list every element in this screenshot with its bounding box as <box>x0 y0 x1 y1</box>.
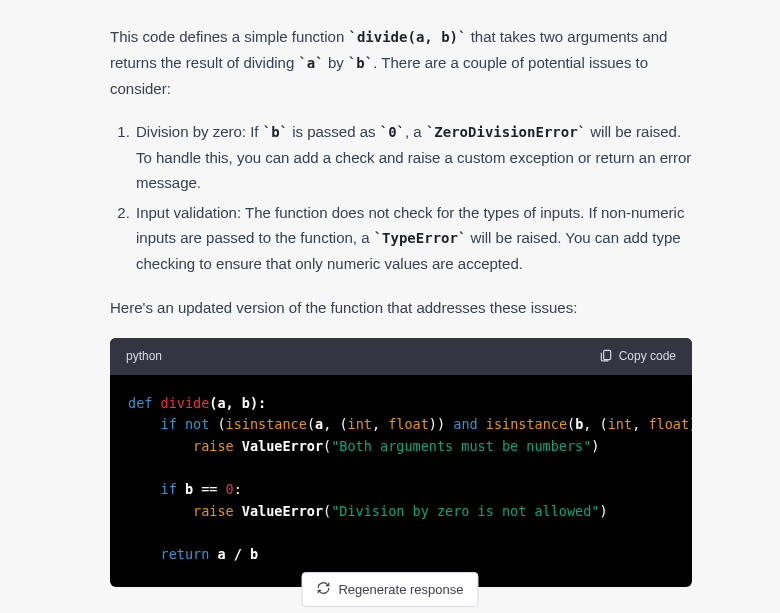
clipboard-icon <box>599 348 613 365</box>
lead-paragraph: Here's an updated version of the functio… <box>110 295 692 321</box>
copy-code-button[interactable]: Copy code <box>599 348 676 365</box>
svg-rect-0 <box>603 350 610 359</box>
code-body: def divide(a, b): if not (isinstance(a, … <box>110 375 692 588</box>
inline-code: `0` <box>380 124 405 140</box>
inline-code: `a` <box>298 55 323 71</box>
inline-code: `divide(a, b)` <box>348 29 466 45</box>
text: This code defines a simple function <box>110 28 348 45</box>
list-item: Division by zero: If `b` is passed as `0… <box>134 119 692 196</box>
regenerate-response-button[interactable]: Regenerate response <box>301 572 478 607</box>
copy-code-label: Copy code <box>619 349 676 363</box>
intro-paragraph: This code defines a simple function `div… <box>110 24 692 101</box>
list-item: Input validation: The function does not … <box>134 200 692 277</box>
code-header: python Copy code <box>110 338 692 374</box>
inline-code: `b` <box>348 55 373 71</box>
inline-code: `ZeroDivisionError` <box>426 124 586 140</box>
inline-code: `TypeError` <box>374 230 467 246</box>
regenerate-label: Regenerate response <box>338 582 463 597</box>
issues-list: Division by zero: If `b` is passed as `0… <box>110 119 692 277</box>
code-block: python Copy code def divide(a, b): if no… <box>110 338 692 587</box>
text: is passed as <box>288 123 380 140</box>
message-body: This code defines a simple function `div… <box>0 0 780 613</box>
text: by <box>324 54 348 71</box>
code-lang-label: python <box>126 346 162 366</box>
text: , a <box>405 123 426 140</box>
inline-code: `b` <box>263 124 288 140</box>
refresh-icon <box>316 581 330 598</box>
text: Division by zero: If <box>136 123 263 140</box>
